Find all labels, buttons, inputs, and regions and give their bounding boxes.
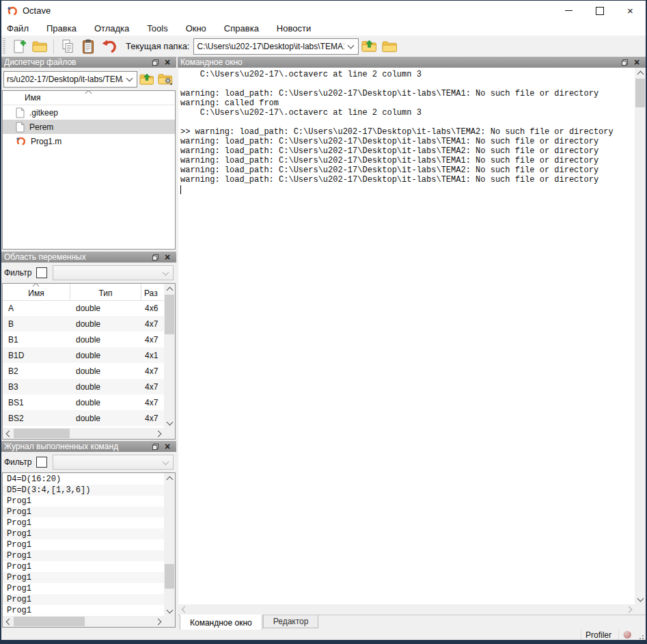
history-item[interactable]: Prog1 (3, 550, 164, 561)
filter-checkbox[interactable] (36, 457, 47, 468)
toolbar-drag-handle[interactable] (3, 38, 5, 55)
history-item[interactable]: Prog1 (3, 594, 164, 605)
file-row[interactable]: Perem (3, 120, 175, 134)
undock-button[interactable] (618, 57, 631, 67)
browser-actions-button[interactable] (156, 70, 174, 88)
history-item[interactable]: Prog1 (3, 572, 164, 583)
history-item[interactable]: Prog1 (3, 605, 164, 616)
tab[interactable]: Командное окно (180, 615, 262, 630)
new-script-button[interactable] (10, 37, 29, 56)
table-row[interactable]: B1 double 4x7 (3, 332, 164, 347)
history-horizontal-scrollbar[interactable] (3, 616, 164, 627)
terminal-output[interactable]: C:\Users\u202-17\.octaverc at line 2 col… (178, 68, 635, 604)
history-vertical-scrollbar[interactable] (164, 473, 175, 616)
menu-item[interactable]: Справка (215, 21, 268, 36)
terminal-line: warning: load_path: C:\Users\u202-17\Des… (180, 89, 635, 98)
scroll-down-button[interactable] (635, 594, 646, 604)
scroll-down-button[interactable] (164, 606, 175, 616)
terminal-horizontal-scrollbar[interactable] (178, 604, 635, 615)
scroll-left-button[interactable] (3, 616, 13, 627)
name-column-label: Имя (25, 93, 40, 103)
column-header-name[interactable]: Имя (3, 284, 70, 300)
scroll-up-button[interactable] (635, 68, 646, 78)
history-item[interactable]: Prog1 (3, 539, 164, 550)
tab[interactable]: Редактор (263, 615, 319, 628)
scroll-up-button[interactable] (164, 284, 175, 294)
profiler-toggle[interactable]: Profiler (581, 630, 618, 640)
history-item[interactable]: Prog1 (3, 528, 164, 539)
history-item[interactable]: Prog1 (3, 507, 164, 518)
open-file-button[interactable] (30, 37, 49, 56)
browse-folder-button[interactable] (380, 37, 399, 56)
browser-path-combobox[interactable]: rs/u202-17/Desktop/it-labs/ТЕМА1 (3, 71, 137, 88)
undock-icon (621, 59, 629, 66)
history-item[interactable]: Prog1 (3, 583, 164, 594)
scroll-right-button[interactable] (154, 616, 164, 627)
history-item[interactable]: Prog1 (3, 561, 164, 572)
undock-button[interactable] (149, 252, 161, 262)
filter-checkbox[interactable] (36, 267, 47, 278)
terminal-vertical-scrollbar[interactable] (635, 68, 646, 604)
undock-button[interactable] (149, 57, 161, 67)
scroll-down-button[interactable] (164, 418, 175, 428)
scroll-right-button[interactable] (624, 604, 635, 615)
filter-label: Фильтр (4, 268, 31, 278)
table-row[interactable]: A double 4x6 (3, 300, 164, 316)
maximize-button[interactable] (584, 1, 615, 21)
copy-button[interactable] (58, 37, 77, 56)
scroll-left-button[interactable] (178, 604, 189, 615)
table-row[interactable]: BS2 double 4x7 (3, 410, 164, 426)
table-row[interactable]: BS1 double 4x7 (3, 394, 164, 410)
minimize-button[interactable] (553, 1, 584, 21)
undock-button[interactable] (149, 442, 161, 451)
scrollbar-thumb[interactable] (635, 79, 645, 107)
folder-up-button[interactable] (359, 37, 378, 56)
history-header[interactable]: Журнал выполненных команд × (1, 441, 176, 452)
resize-grip[interactable] (637, 632, 644, 639)
menu-item[interactable]: Файл (1, 21, 38, 36)
table-row[interactable]: B2 double 4x7 (3, 363, 164, 379)
close-panel-button[interactable]: × (161, 252, 174, 262)
paste-button[interactable] (79, 37, 98, 56)
menu-item[interactable]: Tools (138, 21, 176, 36)
column-header-type[interactable]: Тип (70, 284, 141, 300)
table-row[interactable]: B3 double 4x7 (3, 379, 164, 394)
workspace-horizontal-scrollbar[interactable] (3, 428, 164, 439)
file-row[interactable]: Prog1.m (3, 134, 175, 148)
file-name: Prog1.m (31, 137, 61, 146)
scrollbar-thumb[interactable] (165, 295, 174, 334)
menu-item[interactable]: Отладка (85, 21, 138, 36)
close-button[interactable]: × (615, 1, 646, 21)
workspace-header[interactable]: Область переменных × (1, 252, 176, 263)
current-folder-combobox[interactable]: C:\Users\u202-17\Desktop\it-labs\ТЕМА1 (193, 38, 359, 55)
menu-item[interactable]: Окно (177, 21, 215, 36)
history-item[interactable]: Prog1 (3, 496, 164, 507)
filter-combobox[interactable] (53, 265, 174, 280)
workspace-vertical-scrollbar[interactable] (164, 284, 175, 428)
scroll-right-button[interactable] (154, 428, 164, 439)
scroll-up-button[interactable] (164, 473, 175, 483)
filter-combobox[interactable] (53, 455, 174, 470)
history-item[interactable]: Prog1 (3, 518, 164, 528)
command-window-header[interactable]: Командное окно × (178, 57, 646, 68)
close-panel-button[interactable]: × (161, 57, 174, 67)
profiler-status[interactable] (618, 630, 635, 640)
file-browser-toolbar: rs/u202-17/Desktop/it-labs/ТЕМА1 (1, 68, 176, 90)
file-list-column-header[interactable]: Имя (3, 91, 175, 105)
history-item[interactable]: D4=D(16:20) (3, 474, 164, 485)
scrollbar-thumb[interactable] (165, 564, 174, 589)
menu-item[interactable]: Новости (268, 21, 320, 36)
close-panel-button[interactable]: × (631, 57, 643, 67)
menu-item[interactable]: Правка (38, 21, 85, 36)
scrollbar-thumb[interactable] (14, 617, 85, 626)
history-item[interactable]: D5=D(3:4,[1,3,6]) (3, 485, 164, 496)
file-row[interactable]: .gitkeep (3, 105, 175, 120)
scrollbar-thumb[interactable] (14, 429, 70, 438)
table-row[interactable]: B1D double 4x1 (3, 347, 164, 363)
undo-button[interactable] (99, 37, 118, 56)
table-row[interactable]: B double 4x7 (3, 316, 164, 332)
close-panel-button[interactable]: × (161, 442, 174, 451)
file-browser-header[interactable]: Диспетчер файлов × (1, 57, 176, 68)
browser-up-button[interactable] (137, 70, 156, 88)
scroll-left-button[interactable] (3, 428, 13, 439)
